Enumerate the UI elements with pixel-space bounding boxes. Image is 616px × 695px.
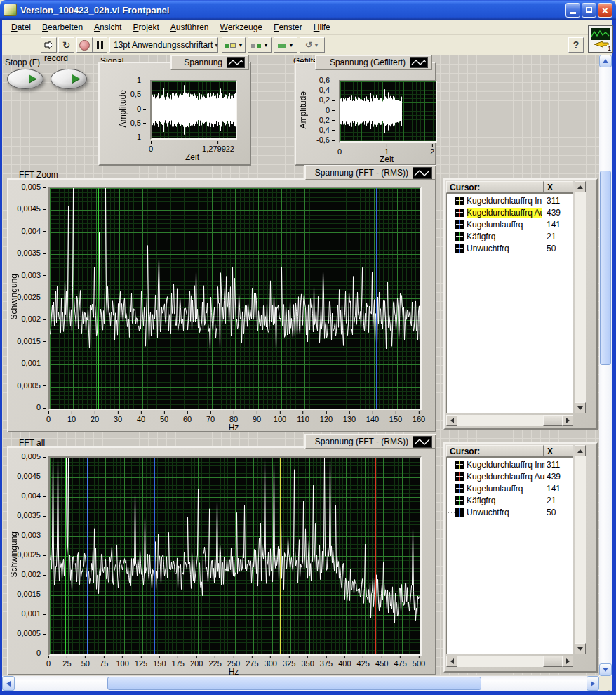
cursor-list-vscrollbar[interactable] (575, 181, 586, 413)
menu-item-datei[interactable]: Datei (6, 21, 36, 34)
cursor-row[interactable]: Unwuchtfrq50 (447, 507, 573, 519)
fft-zoom-plot-legend[interactable]: Spannung (FFT - (RMS)) (304, 165, 436, 180)
cursor-name[interactable]: Unwuchtfrq (467, 244, 542, 254)
fft-zoom-plot-area[interactable] (48, 187, 422, 410)
scroll-down-button[interactable] (575, 402, 586, 413)
cursor-marker-icon[interactable] (455, 232, 464, 241)
scroll-left-button[interactable] (446, 656, 457, 667)
cursor-marker-icon[interactable] (455, 244, 464, 253)
align-objects-dropdown[interactable]: ▼ (222, 37, 246, 53)
scroll-right-button[interactable] (587, 676, 599, 691)
cursor-row[interactable]: Kugeldurchlauffrq Außen439 (447, 207, 573, 219)
waveform-icon[interactable] (227, 57, 245, 68)
scroll-up-button[interactable] (575, 181, 586, 192)
cursor-name[interactable]: Kugeldurchlauffrq Innen (467, 460, 545, 470)
window-border-bottom (0, 691, 616, 695)
scroll-right-button[interactable] (562, 656, 573, 667)
cursor-name[interactable]: Kugelumlauffrq (467, 220, 542, 230)
scrollbar-thumb[interactable] (600, 171, 611, 365)
cursor-row[interactable]: Käfigfrq21 (447, 495, 573, 507)
cursor-row[interactable]: Kugeldurchlauffrq Außen439 (447, 471, 573, 483)
filtered-plot-legend[interactable]: Spannung (Gefiltert) (315, 55, 432, 70)
cursor-marker-icon[interactable] (455, 197, 464, 205)
stop-button[interactable] (7, 69, 43, 89)
cursor-name[interactable]: Käfigfrq (467, 232, 542, 242)
fft-all-plot-legend[interactable]: Spannung (FFT - (RMS)) (304, 434, 436, 449)
cursor-name[interactable]: Kugeldurchlauffrq Außen (467, 208, 542, 218)
abort-button[interactable] (76, 37, 93, 53)
fft-zoom-chart-panel: Schwingung 00,00050,0010,00150,0020,0025… (7, 178, 436, 432)
menu-item-fenster[interactable]: Fenster (268, 21, 308, 34)
close-button[interactable]: × (598, 3, 612, 18)
cursor-row[interactable]: Käfigfrq21 (447, 231, 573, 243)
x-column-header[interactable]: X (544, 181, 573, 193)
filtered-plot-area[interactable] (339, 80, 437, 143)
cursor-list-vscrollbar[interactable] (575, 445, 586, 654)
tree-connector (448, 249, 455, 250)
menu-item-werkzeuge[interactable]: Werkzeuge (215, 21, 268, 34)
waveform-icon[interactable] (413, 436, 432, 448)
scrollbar-thumb[interactable] (543, 415, 563, 426)
cursor-name[interactable]: Kugeldurchlauffrq Außen (467, 472, 545, 482)
cursor-row[interactable]: Kugelumlauffrq141 (447, 219, 573, 231)
cursor-name[interactable]: Kugelumlauffrq (467, 484, 545, 494)
x-tick-label: 0 (46, 656, 51, 668)
titlebar[interactable]: Version_100423_02h.vi Frontpanel × (0, 0, 616, 20)
context-help-button[interactable]: ? (568, 37, 584, 53)
scroll-down-button[interactable] (575, 643, 586, 654)
signal-plot-area[interactable] (150, 80, 237, 140)
distribute-objects-dropdown[interactable]: ▼ (248, 37, 272, 53)
cursor-name[interactable]: Unwuchtfrq (467, 508, 545, 518)
menu-item-projekt[interactable]: Projekt (127, 21, 164, 34)
menu-item-bearbeiten[interactable]: Bearbeiten (36, 21, 88, 34)
labview-panel-icon[interactable]: 1 (588, 25, 613, 53)
x-tick-label: 400 (338, 656, 351, 668)
font-selector[interactable]: 13pt Anwendungsschriftart ▼ (109, 37, 218, 53)
pause-button[interactable] (93, 37, 107, 53)
fft-all-plot-area[interactable] (48, 456, 422, 656)
scroll-left-button[interactable] (2, 676, 15, 691)
cursor-row[interactable]: Kugelumlauffrq141 (447, 483, 573, 495)
scroll-up-button[interactable] (599, 55, 612, 67)
scroll-down-button[interactable] (599, 663, 612, 676)
scroll-up-button[interactable] (575, 445, 586, 456)
y-tick-label: 0,001 (21, 359, 46, 367)
reorder-dropdown[interactable]: ↺▼ (300, 37, 325, 53)
waveform-icon[interactable] (410, 57, 428, 68)
cursor-column-header[interactable]: Cursor: (446, 445, 544, 457)
cursor-row[interactable]: Kugeldurchlauffrq Innen311 (447, 195, 573, 207)
cursor-marker-icon[interactable] (455, 208, 464, 217)
cursor-row[interactable]: Kugeldurchlauffrq Innen311 (447, 459, 573, 471)
scroll-left-button[interactable] (446, 415, 457, 426)
cursor-marker-icon[interactable] (455, 496, 464, 505)
window-vertical-scrollbar[interactable] (599, 55, 612, 676)
resize-objects-dropdown[interactable]: ▼ (274, 37, 297, 53)
menu-item-hilfe[interactable]: Hilfe (308, 21, 336, 34)
waveform-icon[interactable] (413, 167, 432, 179)
minimize-button[interactable] (565, 3, 580, 18)
menu-item-ansicht[interactable]: Ansicht (88, 21, 127, 34)
window-horizontal-scrollbar[interactable] (2, 676, 599, 691)
run-button[interactable] (41, 37, 57, 53)
cursor-list-hscrollbar[interactable] (446, 415, 573, 426)
cursor-marker-icon[interactable] (455, 484, 464, 493)
cursor-name[interactable]: Kugeldurchlauffrq Innen (467, 196, 542, 206)
cursor-marker-icon[interactable] (455, 508, 464, 517)
scrollbar-thumb[interactable] (107, 677, 481, 690)
cursor-name[interactable]: Käfigfrq (467, 496, 545, 506)
maximize-button[interactable] (582, 3, 596, 18)
chevron-down-icon[interactable]: ▼ (213, 38, 219, 52)
signal-plot-legend[interactable]: Spannung (170, 55, 249, 70)
cursor-row[interactable]: Unwuchtfrq50 (447, 243, 573, 255)
scrollbar-thumb[interactable] (543, 656, 563, 667)
cursor-marker-icon[interactable] (455, 220, 464, 229)
x-column-header[interactable]: X (544, 445, 573, 457)
menu-item-ausfhren[interactable]: Ausführen (165, 21, 215, 34)
cursor-column-header[interactable]: Cursor: (446, 181, 544, 193)
cursor-marker-icon[interactable] (455, 472, 464, 481)
cursor-marker-icon[interactable] (455, 461, 464, 469)
scroll-right-button[interactable] (562, 415, 573, 426)
cursor-list-hscrollbar[interactable] (446, 656, 573, 667)
run-continuously-button[interactable]: ↻ (58, 37, 74, 53)
record-button[interactable] (51, 69, 87, 89)
